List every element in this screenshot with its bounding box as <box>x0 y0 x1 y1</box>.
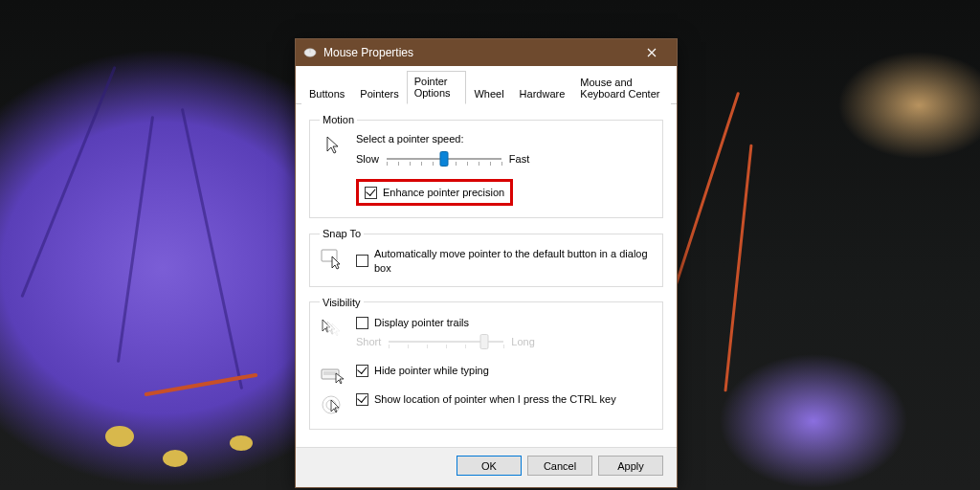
highlight-enhance-precision: Enhance pointer precision <box>356 179 513 206</box>
snap-to-checkbox[interactable] <box>356 255 368 267</box>
ctrl-locate-checkbox[interactable] <box>356 393 368 406</box>
pointer-trails-label: Display pointer trails <box>374 316 469 329</box>
cancel-button[interactable]: Cancel <box>527 456 592 476</box>
pointer-trails-slider <box>389 333 503 350</box>
snap-to-label: Automatically move pointer to the defaul… <box>374 247 653 275</box>
ok-button[interactable]: OK <box>457 456 522 476</box>
mouse-icon <box>303 48 317 57</box>
group-snap-to: Snap To Automatically move pointer to th… <box>309 228 663 287</box>
slow-label: Slow <box>356 153 379 165</box>
ctrl-locate-icon <box>321 394 345 417</box>
ctrl-locate-label: Show location of pointer when I press th… <box>374 392 616 406</box>
hide-while-typing-checkbox[interactable] <box>356 365 368 377</box>
pointer-speed-label: Select a pointer speed: <box>356 133 653 145</box>
tab-pointer-options[interactable]: Pointer Options <box>407 71 467 104</box>
tab-wheel[interactable]: Wheel <box>466 83 511 104</box>
trails-short-label: Short <box>356 336 381 347</box>
close-icon <box>647 48 657 57</box>
pointer-speed-slider[interactable] <box>387 150 501 167</box>
pointer-trails-checkbox[interactable] <box>356 317 368 329</box>
dialog-body: Motion Select a pointer speed: Slow <box>296 104 677 447</box>
tab-mouse-keyboard-center[interactable]: Mouse and Keyboard Center <box>572 72 671 104</box>
tab-pointers[interactable]: Pointers <box>352 83 406 104</box>
hide-while-typing-icon <box>321 366 345 385</box>
apply-button[interactable]: Apply <box>598 456 663 476</box>
group-snap-to-legend: Snap To <box>320 228 364 239</box>
close-button[interactable] <box>633 40 671 65</box>
snap-to-icon <box>321 249 345 270</box>
trails-long-label: Long <box>511 336 534 347</box>
group-motion: Motion Select a pointer speed: Slow <box>309 114 663 218</box>
dialog-footer: OK Cancel Apply <box>296 447 677 487</box>
cursor-icon <box>324 135 342 156</box>
tab-buttons[interactable]: Buttons <box>301 83 352 104</box>
pointer-trails-icon <box>320 318 346 339</box>
enhance-precision-label: Enhance pointer precision <box>383 186 504 199</box>
enhance-precision-checkbox[interactable] <box>365 187 377 199</box>
hide-while-typing-label: Hide pointer while typing <box>374 364 489 377</box>
group-visibility: Visibility Display pointer trails <box>309 297 663 430</box>
titlebar[interactable]: Mouse Properties <box>296 39 677 66</box>
tab-hardware[interactable]: Hardware <box>512 83 573 104</box>
window-title: Mouse Properties <box>323 46 633 59</box>
fast-label: Fast <box>509 153 529 165</box>
mouse-properties-dialog: Mouse Properties Buttons Pointers Pointe… <box>295 38 678 488</box>
group-motion-legend: Motion <box>320 114 357 125</box>
tab-strip: Buttons Pointers Pointer Options Wheel H… <box>296 66 677 104</box>
group-visibility-legend: Visibility <box>320 297 364 308</box>
